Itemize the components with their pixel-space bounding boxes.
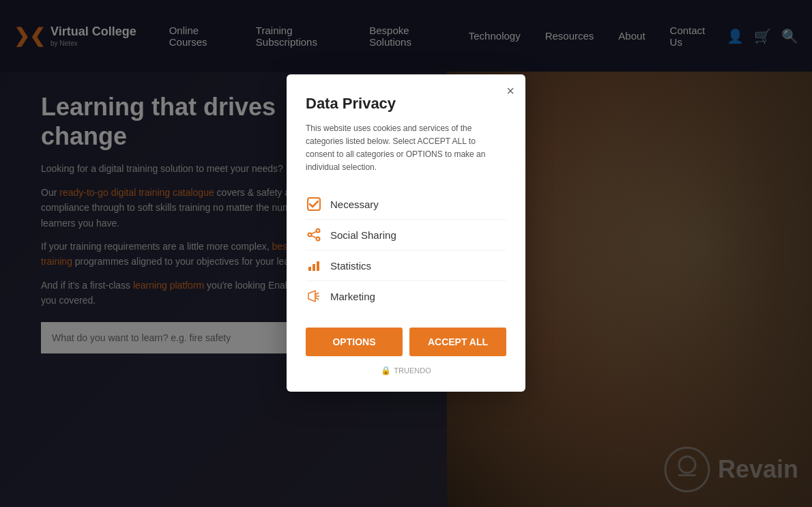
modal-title: Data Privacy — [306, 95, 506, 113]
social-sharing-label: Social Sharing — [330, 229, 396, 241]
options-button[interactable]: OPTIONS — [306, 328, 403, 356]
svg-point-6 — [317, 237, 320, 241]
marketing-label: Marketing — [330, 291, 375, 302]
svg-marker-12 — [308, 291, 315, 302]
cookie-item-social-sharing[interactable]: Social Sharing — [306, 220, 506, 250]
statistics-icon — [306, 257, 322, 274]
social-sharing-icon — [306, 227, 322, 243]
truendo-icon: 🔒 — [381, 366, 391, 375]
modal-close-button[interactable]: × — [506, 84, 514, 98]
necessary-label: Necessary — [330, 199, 379, 210]
cookie-item-marketing[interactable]: Marketing — [306, 281, 506, 311]
statistics-label: Statistics — [330, 260, 371, 272]
svg-rect-11 — [317, 261, 319, 271]
truendo-badge: 🔒 TRUENDO — [306, 366, 506, 375]
truendo-label: TRUENDO — [394, 366, 431, 375]
cookie-item-statistics[interactable]: Statistics — [306, 250, 506, 281]
svg-rect-9 — [308, 267, 311, 271]
svg-line-7 — [311, 232, 317, 235]
svg-line-8 — [311, 236, 317, 239]
accept-all-button[interactable]: ACCEPT ALL — [409, 328, 506, 356]
modal-description: This website uses cookies and services o… — [306, 122, 506, 175]
modal-buttons: OPTIONS ACCEPT ALL — [306, 328, 506, 356]
data-privacy-modal: × Data Privacy This website uses cookies… — [287, 74, 525, 392]
svg-rect-10 — [313, 264, 315, 271]
modal-overlay: × Data Privacy This website uses cookies… — [0, 0, 812, 507]
cookie-item-necessary[interactable]: Necessary — [306, 189, 506, 220]
svg-point-4 — [317, 229, 320, 233]
svg-point-5 — [308, 233, 312, 237]
cookie-list: Necessary Social Sharing Statistics Mark… — [306, 189, 506, 311]
necessary-icon — [306, 196, 322, 212]
marketing-icon — [306, 288, 322, 304]
